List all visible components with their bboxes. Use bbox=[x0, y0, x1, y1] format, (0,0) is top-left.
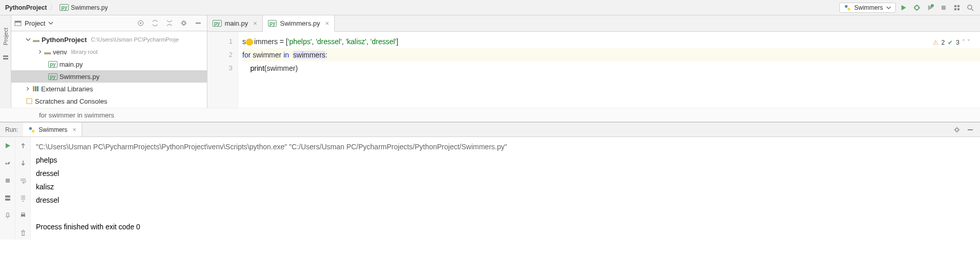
editor-body: 1 2 3 simmers = ['phelps', 'dressel', 'k… bbox=[207, 32, 980, 108]
pin-icon[interactable] bbox=[2, 210, 13, 221]
tree-file-main[interactable]: py main.py bbox=[11, 58, 207, 70]
tree-project-root[interactable]: ▬ PythonProject C:\Users\Usman PC\Pychar… bbox=[11, 33, 207, 46]
print-icon[interactable] bbox=[17, 210, 29, 221]
svg-rect-19 bbox=[37, 86, 39, 91]
run-tab[interactable]: Swimmers × bbox=[23, 123, 82, 136]
console-line: dressel bbox=[36, 167, 975, 180]
tree-venv[interactable]: ▬ venv library root bbox=[11, 46, 207, 58]
run-config-selector[interactable]: Swimmers bbox=[839, 3, 896, 13]
chevron-down-icon bbox=[26, 37, 31, 42]
tree-ext-libs-label: External Libraries bbox=[41, 85, 93, 93]
chevron-down-icon bbox=[48, 21, 53, 26]
project-panel: Project ▬ PythonProject C:\Users\Usman P… bbox=[11, 15, 207, 108]
run-config-label: Swimmers bbox=[854, 4, 883, 11]
settings-icon[interactable] bbox=[178, 17, 189, 29]
tree-root-path: C:\Users\Usman PC\PycharmProje bbox=[91, 36, 179, 43]
down-arrow-icon[interactable] bbox=[17, 158, 29, 169]
structure-tool-icon[interactable] bbox=[0, 52, 11, 64]
run-header: Run: Swimmers × bbox=[0, 123, 980, 137]
collapse-all-icon[interactable] bbox=[164, 17, 175, 29]
run-button[interactable] bbox=[898, 2, 909, 13]
tab-swimmers[interactable]: py Swimmers.py × bbox=[263, 15, 335, 32]
hide-icon[interactable] bbox=[193, 17, 204, 29]
svg-rect-13 bbox=[15, 21, 21, 23]
libraries-icon bbox=[32, 85, 39, 92]
soft-wrap-icon[interactable] bbox=[17, 175, 29, 186]
svg-point-22 bbox=[32, 130, 34, 132]
console-output[interactable]: "C:\Users\Usman PC\PycharmProjects\Pytho… bbox=[31, 137, 980, 240]
svg-point-9 bbox=[968, 5, 972, 9]
svg-point-15 bbox=[140, 23, 142, 24]
editor-area: py main.py × py Swimmers.py × 1 2 3 simm… bbox=[207, 15, 980, 108]
project-panel-header: Project bbox=[11, 15, 207, 31]
tree-scratches-label: Scratches and Consoles bbox=[35, 97, 107, 105]
warning-count: 2 bbox=[941, 36, 945, 49]
run-body: "C:\Users\Usman PC\PycharmProjects\Pytho… bbox=[0, 137, 980, 240]
close-icon[interactable]: × bbox=[72, 126, 76, 133]
tree-external-libraries[interactable]: External Libraries bbox=[11, 83, 207, 95]
project-view-icon bbox=[14, 19, 22, 27]
tree-scratches[interactable]: Scratches and Consoles bbox=[11, 95, 207, 107]
wrench-icon[interactable] bbox=[2, 158, 13, 169]
tree-venv-hint: library root bbox=[71, 49, 98, 55]
svg-rect-18 bbox=[35, 86, 36, 91]
trash-icon[interactable] bbox=[17, 227, 29, 239]
more-actions-icon[interactable] bbox=[951, 2, 963, 13]
python-file-icon: py bbox=[268, 20, 277, 27]
expand-all-icon[interactable] bbox=[149, 17, 161, 29]
console-blank bbox=[36, 207, 975, 220]
code-editor[interactable]: simmers = ['phelps', 'dressel', 'kalisz'… bbox=[238, 32, 980, 108]
svg-rect-25 bbox=[5, 195, 10, 198]
chevron-down-icon bbox=[886, 5, 891, 10]
tree-file-swimmers[interactable]: py Swimmers.py bbox=[11, 70, 207, 83]
run-settings-icon[interactable] bbox=[951, 124, 963, 135]
search-icon[interactable] bbox=[965, 2, 976, 13]
python-file-icon: py bbox=[48, 61, 57, 68]
svg-point-3 bbox=[931, 4, 934, 7]
tab-main-label: main.py bbox=[225, 19, 248, 27]
breadcrumb-file[interactable]: py Swimmers.py bbox=[60, 4, 108, 11]
svg-rect-7 bbox=[954, 8, 956, 10]
python-config-icon bbox=[28, 126, 35, 133]
context-label[interactable]: for swimmer in swimmers bbox=[39, 111, 114, 119]
tab-swimmers-label: Swimmers.py bbox=[280, 19, 320, 27]
svg-rect-26 bbox=[5, 199, 10, 201]
stop-button[interactable] bbox=[938, 2, 949, 13]
chevron-right-icon bbox=[38, 50, 42, 54]
project-panel-title[interactable]: Project bbox=[14, 19, 53, 27]
gutter: 1 2 3 bbox=[207, 32, 238, 108]
line-number: 1 bbox=[207, 35, 233, 48]
chevron-down-icon[interactable]: ˇ bbox=[968, 36, 970, 49]
run-with-coverage-button[interactable] bbox=[925, 2, 936, 13]
locate-icon[interactable] bbox=[135, 17, 146, 29]
stop-button[interactable] bbox=[2, 175, 13, 186]
layout-icon[interactable] bbox=[2, 192, 13, 204]
tab-main[interactable]: py main.py × bbox=[207, 15, 263, 31]
scroll-to-end-icon[interactable] bbox=[17, 192, 29, 204]
top-toolbar: PythonProject 〉 py Swimmers.py Swimmers bbox=[0, 0, 980, 15]
scratches-icon bbox=[26, 97, 33, 105]
breadcrumb-sep: 〉 bbox=[50, 3, 56, 12]
check-count: 3 bbox=[956, 36, 959, 49]
hide-icon[interactable] bbox=[965, 124, 976, 135]
close-icon[interactable]: × bbox=[253, 19, 257, 27]
intention-bulb-icon[interactable] bbox=[246, 38, 253, 46]
rerun-button[interactable] bbox=[2, 140, 13, 151]
svg-point-0 bbox=[845, 5, 848, 7]
close-icon[interactable]: × bbox=[325, 19, 329, 27]
debug-button[interactable] bbox=[911, 2, 923, 13]
project-tool-tab[interactable]: Project bbox=[2, 26, 10, 47]
breadcrumb-project[interactable]: PythonProject bbox=[5, 4, 47, 11]
up-arrow-icon[interactable] bbox=[17, 140, 29, 151]
toolbar-right: Swimmers bbox=[839, 2, 980, 13]
svg-rect-4 bbox=[941, 6, 946, 10]
tree-file-main-label: main.py bbox=[60, 61, 83, 68]
breadcrumb-file-label: Swimmers.py bbox=[71, 4, 108, 11]
chevron-up-icon[interactable]: ˆ bbox=[963, 36, 965, 49]
inspection-widget[interactable]: ⚠2 ✔3 ˆ ˇ bbox=[933, 36, 970, 49]
context-breadcrumb: for swimmer in swimmers bbox=[0, 108, 980, 122]
tree-venv-label: venv bbox=[53, 48, 67, 56]
chevron-right-icon bbox=[26, 87, 30, 91]
svg-point-16 bbox=[182, 22, 185, 25]
svg-rect-8 bbox=[957, 8, 959, 10]
